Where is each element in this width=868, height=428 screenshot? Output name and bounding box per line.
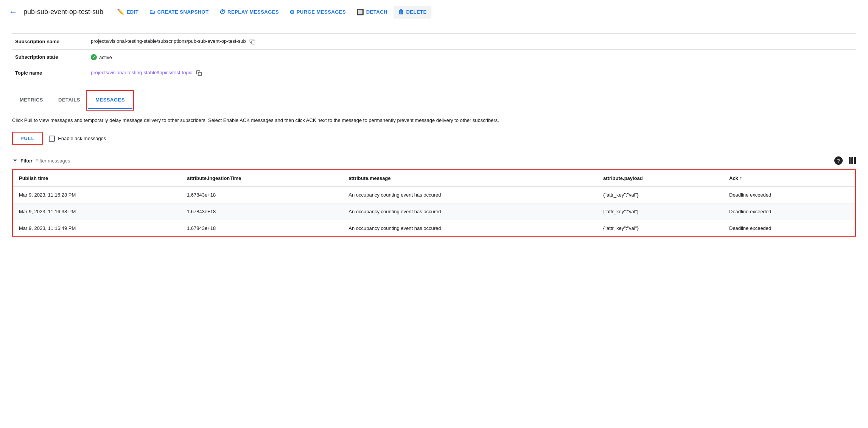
table-row: Mar 9, 2023, 11:16:38 PM1.67843e+18An oc… (13, 203, 855, 220)
cell-ingestion_time: 1.67843e+18 (181, 187, 342, 203)
messages-tbody: Mar 9, 2023, 11:16:28 PM1.67843e+18An oc… (13, 187, 855, 237)
col-ingestion-time: attribute.ingestionTime (181, 170, 342, 187)
pull-row: PULL Enable ack messages (12, 132, 856, 145)
back-button[interactable]: ← (9, 6, 20, 19)
cell-ack: Deadline exceeded (723, 220, 855, 237)
page-title: pub-sub-event-op-test-sub (23, 8, 103, 16)
cell-payload: {"attr_key":"val"} (597, 203, 723, 220)
tab-metrics[interactable]: METRICS (12, 92, 51, 109)
delete-button[interactable]: 🗑 DELETE (394, 6, 431, 19)
svg-rect-1 (198, 72, 202, 76)
cell-payload: {"attr_key":"val"} (597, 187, 723, 203)
toolbar-actions: ✏️ EDIT 🗂 CREATE SNAPSHOT ⏱ REPLAY MESSA… (112, 5, 859, 19)
topic-name-row: Topic name projects/visionai-testing-sta… (12, 65, 856, 81)
tab-messages[interactable]: MESSAGES (88, 92, 132, 109)
ack-checkbox[interactable] (49, 136, 55, 142)
status-active: active (91, 54, 112, 60)
table-row: Mar 9, 2023, 11:16:49 PM1.67843e+18An oc… (13, 220, 855, 237)
messages-description: Click Pull to view messages and temporar… (12, 117, 542, 125)
col-message: attribute.message (342, 170, 597, 187)
subscription-state-value: active (88, 49, 856, 65)
subscription-name-value: projects/visionai-testing-stable/subscri… (88, 34, 856, 50)
table-header-row: Publish time attribute.ingestionTime att… (13, 170, 855, 187)
table-row: Mar 9, 2023, 11:16:28 PM1.67843e+18An oc… (13, 187, 855, 203)
table-header: Publish time attribute.ingestionTime att… (13, 170, 855, 187)
topic-name-label: Topic name (12, 65, 88, 81)
topic-link[interactable]: projects/visionai-testing-stable/topics/… (91, 70, 192, 75)
subscription-name-row: Subscription name projects/visionai-test… (12, 34, 856, 50)
info-table: Subscription name projects/visionai-test… (12, 33, 856, 81)
messages-table-wrapper: Publish time attribute.ingestionTime att… (12, 169, 856, 237)
cell-message: An occupancy counting event has occured (342, 203, 597, 220)
cell-publish_time: Mar 9, 2023, 11:16:49 PM (13, 220, 181, 237)
help-icon[interactable]: ? (834, 156, 843, 165)
col-ack[interactable]: Ack ↑ (723, 170, 855, 187)
snapshot-icon: 🗂 (149, 9, 156, 16)
cell-message: An occupancy counting event has occured (342, 187, 597, 203)
column-visibility-icon[interactable] (849, 157, 856, 164)
copy-subscription-name-icon[interactable] (249, 39, 255, 45)
delete-icon: 🗑 (398, 9, 404, 16)
cell-payload: {"attr_key":"val"} (597, 220, 723, 237)
sort-arrow-icon: ↑ (739, 175, 742, 181)
cell-message: An occupancy counting event has occured (342, 220, 597, 237)
tabs: METRICS DETAILS MESSAGES (12, 92, 856, 109)
filter-input[interactable] (36, 158, 834, 164)
subscription-name-label: Subscription name (12, 34, 88, 50)
purge-icon: ⊖ (289, 8, 295, 16)
messages-table: Publish time attribute.ingestionTime att… (13, 170, 855, 236)
toolbar: ← pub-sub-event-op-test-sub ✏️ EDIT 🗂 CR… (0, 0, 868, 24)
cell-ack: Deadline exceeded (723, 203, 855, 220)
ack-label[interactable]: Enable ack messages (49, 136, 106, 142)
detach-button[interactable]: 🔲 DETACH (352, 5, 392, 19)
filter-bar-right: ? (834, 156, 856, 165)
cell-publish_time: Mar 9, 2023, 11:16:38 PM (13, 203, 181, 220)
topic-name-value: projects/visionai-testing-stable/topics/… (88, 65, 856, 81)
cell-ingestion_time: 1.67843e+18 (181, 220, 342, 237)
copy-topic-name-icon[interactable] (196, 70, 202, 76)
subscription-state-row: Subscription state active (12, 49, 856, 65)
filter-bar: Filter ? (12, 153, 856, 169)
cell-ingestion_time: 1.67843e+18 (181, 203, 342, 220)
pull-button[interactable]: PULL (12, 132, 43, 145)
cell-ack: Deadline exceeded (723, 187, 855, 203)
replay-icon: ⏱ (219, 9, 226, 16)
svg-rect-0 (252, 41, 255, 44)
replay-messages-button[interactable]: ⏱ REPLAY MESSAGES (215, 6, 284, 19)
col-payload: attribute.payload (597, 170, 723, 187)
cell-publish_time: Mar 9, 2023, 11:16:28 PM (13, 187, 181, 203)
subscription-state-label: Subscription state (12, 49, 88, 65)
main-content: Subscription name projects/visionai-test… (0, 24, 868, 246)
filter-icon (12, 158, 18, 164)
create-snapshot-button[interactable]: 🗂 CREATE SNAPSHOT (145, 6, 213, 19)
edit-button[interactable]: ✏️ EDIT (112, 5, 143, 19)
tab-details[interactable]: DETAILS (51, 92, 88, 109)
col-publish-time: Publish time (13, 170, 181, 187)
purge-messages-button[interactable]: ⊖ PURGE MESSAGES (285, 5, 350, 19)
active-dot-icon (91, 54, 97, 60)
edit-icon: ✏️ (117, 8, 125, 16)
detach-icon: 🔲 (356, 8, 364, 16)
filter-button[interactable]: Filter (12, 158, 33, 164)
